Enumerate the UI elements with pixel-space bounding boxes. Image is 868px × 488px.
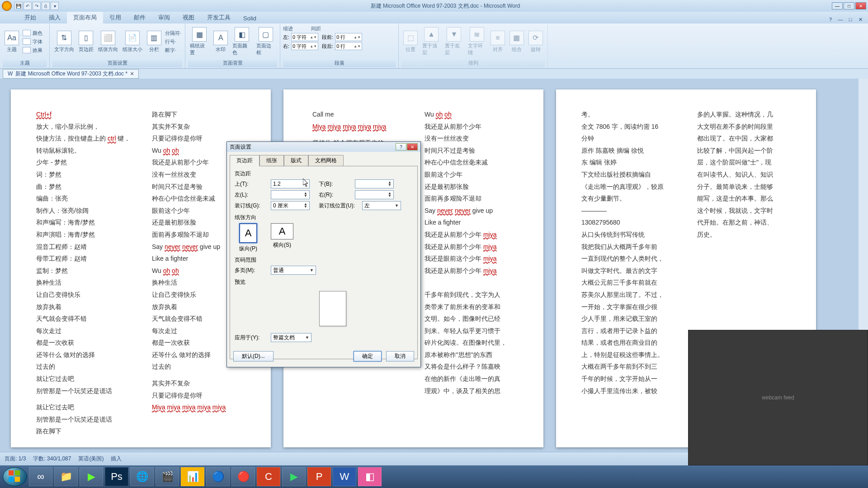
taskbar-app-3[interactable]: ▶ — [80, 467, 103, 486]
dialog-tab-grid[interactable]: 文档网格 — [308, 155, 344, 166]
office-button[interactable] — [2, 1, 12, 11]
minimize-ribbon-icon[interactable]: — — [836, 15, 844, 23]
margin-bottom-input[interactable]: ▲▼ — [355, 179, 394, 188]
taskbar-photoshop[interactable]: Ps — [105, 467, 128, 486]
ok-button[interactable]: 确定 — [354, 351, 382, 361]
draft-paper-button[interactable]: ▦稿纸设置 — [188, 26, 211, 57]
tab-developer[interactable]: 开发工具 — [201, 12, 237, 23]
cancel-button[interactable]: 取消 — [386, 351, 414, 361]
close-button[interactable]: ✕ — [855, 2, 866, 9]
dialog-close-button[interactable]: ✕ — [407, 143, 418, 150]
tab-view[interactable]: 视图 — [176, 12, 201, 23]
qat-save-icon[interactable]: 💾 — [14, 2, 23, 10]
document-tabs: W 新建 Microsoft Office Word 97-2003 文档.do… — [0, 69, 868, 79]
line-numbers-button[interactable]: 行号· — [164, 38, 182, 46]
qat-undo-icon[interactable]: ↶ — [24, 2, 32, 10]
indent-left-input[interactable]: 0 字符▲▼ — [291, 33, 318, 41]
maximize-button[interactable]: □ — [844, 2, 854, 9]
margin-right-input[interactable]: ▲▼ — [355, 190, 394, 199]
spacing-label: 间距 — [311, 25, 321, 32]
align-button: ≡对齐 — [489, 30, 507, 54]
taskbar-app-6[interactable]: 🎬 — [156, 467, 179, 486]
tab-pagelayout[interactable]: 页面布局 — [67, 12, 103, 23]
tab-solid[interactable]: Solid — [237, 13, 263, 23]
status-page[interactable]: 页面: 1/3 — [5, 455, 26, 463]
close-tab-icon[interactable]: × — [130, 70, 134, 77]
text-wrap-button: ≋文字环绕 — [466, 26, 488, 57]
qat-redo-icon[interactable]: ↷ — [33, 2, 41, 10]
minimize-button[interactable]: — — [832, 2, 843, 9]
theme-fonts-button[interactable]: 字体 — [22, 38, 43, 46]
breaks-button[interactable]: 分隔符· — [164, 29, 182, 37]
margins-section-label: 页边距 — [235, 170, 413, 178]
window-title: 新建 Microsoft Office Word 97-2003 文档.doc … — [59, 2, 832, 10]
theme-colors-button[interactable]: 颜色 — [22, 29, 43, 37]
ribbon-tabs: 开始 插入 页面布局 引用 邮件 审阅 视图 开发工具 Solid ? — □ … — [0, 12, 868, 23]
size-button[interactable]: 📄纸张大小 — [121, 30, 144, 54]
qat-print-icon[interactable]: ⎙ — [42, 2, 50, 10]
help-icon[interactable]: ? — [826, 15, 835, 23]
margin-top-input[interactable]: 1.2▲▼ — [271, 179, 310, 188]
page-color-button[interactable]: ◧页面颜色 — [231, 26, 253, 57]
margin-left-input[interactable]: ▲▼ — [271, 190, 310, 199]
doc-tab[interactable]: W 新建 Microsoft Office Word 97-2003 文档.do… — [3, 69, 139, 79]
default-button[interactable]: 默认(D)... — [233, 351, 274, 361]
taskbar-chrome-canary[interactable]: 🔵 — [206, 467, 230, 486]
taskbar-app-14[interactable]: ◧ — [358, 467, 382, 486]
orientation-portrait[interactable]: A纵向(P) — [239, 223, 257, 253]
page-borders-button[interactable]: ▢页面边框 — [255, 26, 277, 57]
taskbar-chrome[interactable]: 🔴 — [231, 467, 255, 486]
svg-rect-1 — [15, 470, 20, 475]
margins-button[interactable]: ▯页边距 — [77, 30, 95, 54]
orientation-button[interactable]: ⬜纸张方向 — [96, 30, 120, 54]
group-pagesetup: ⇅文字方向 ▯页边距 ⬜纸张方向 📄纸张大小 ▥分栏 分隔符· 行号· 断字· … — [50, 23, 185, 68]
themes-button[interactable]: Aa主题 — [3, 30, 21, 54]
columns-button[interactable]: ▥分栏 — [145, 30, 163, 54]
tab-mailings[interactable]: 邮件 — [127, 12, 152, 23]
taskbar-player[interactable]: ▶ — [282, 467, 306, 486]
page2-col2: Wu oh oh我还是从前那个少年没有一丝丝改变时间只不过是考验种在心中信念丝毫… — [425, 108, 541, 397]
taskbar-powerpoint[interactable]: P — [307, 467, 331, 486]
status-lang[interactable]: 英语(美国) — [78, 455, 104, 463]
restore-ribbon-icon[interactable]: □ — [846, 15, 854, 23]
taskbar: ∞ 📁 ▶ Ps 🌐 🎬 📊 🔵 🔴 C ▶ P W ◧ — [0, 465, 868, 488]
taskbar-app-7[interactable]: 📊 — [181, 467, 204, 486]
tab-insert[interactable]: 插入 — [42, 12, 67, 23]
multipage-select[interactable]: 普通▼ — [271, 266, 316, 275]
start-button[interactable] — [3, 467, 27, 486]
tab-start[interactable]: 开始 — [18, 12, 42, 23]
taskbar-word[interactable]: W — [333, 467, 356, 486]
close-doc-icon[interactable]: ✕ — [856, 15, 864, 23]
apply-to-select[interactable]: 整篇文档▼ — [271, 333, 311, 342]
indent-right-input[interactable]: 0 字符▲▼ — [291, 42, 318, 50]
orientation-landscape[interactable]: A横向(S) — [271, 223, 293, 253]
spacing-before-input[interactable]: 0 行▲▼ — [335, 33, 362, 41]
page3-col1: 考。全文 7806 字，阅读约需 16分钟原作 陈嘉映 摘编 徐悦东 编辑 张婷… — [581, 108, 694, 397]
group-arrange: ⬚位置 ▲置于顶层 ▼置于底层 ≋文字环绕 ≡对齐 ▦组合 ⟳旋转 排列 — [399, 23, 548, 68]
spacing-after-input[interactable]: 0 行▲▼ — [335, 42, 362, 50]
theme-effects-button[interactable]: 效果 — [22, 47, 43, 54]
text-direction-button[interactable]: ⇅文字方向 — [52, 30, 76, 54]
tab-references[interactable]: 引用 — [103, 12, 127, 23]
status-words[interactable]: 字数: 340/1,087 — [33, 455, 71, 463]
title-bar: 💾 ↶ ↷ ⎙ ▾ 新建 Microsoft Office Word 97-20… — [0, 0, 868, 12]
dialog-tab-margins[interactable]: 页边距 — [230, 155, 259, 166]
taskbar-app-1[interactable]: ∞ — [29, 467, 52, 486]
gutter-input[interactable]: 0 厘米▲▼ — [271, 201, 310, 210]
dialog-title: 页面设置 — [230, 143, 251, 151]
tab-review[interactable]: 审阅 — [152, 12, 176, 23]
taskbar-app-10[interactable]: C — [257, 467, 280, 486]
taskbar-app-5[interactable]: 🌐 — [130, 467, 154, 486]
watermark-button[interactable]: A水印 — [212, 30, 230, 54]
qat-more-icon[interactable]: ▾ — [51, 2, 59, 10]
dialog-help-button[interactable]: ? — [396, 143, 406, 150]
hyphenation-button[interactable]: 断字· — [164, 47, 182, 54]
status-insert-mode[interactable]: 插入 — [111, 455, 122, 463]
orientation-section-label: 纸张方向 — [235, 214, 413, 221]
taskbar-explorer[interactable]: 📁 — [54, 467, 78, 486]
dialog-tab-paper[interactable]: 纸张 — [259, 155, 284, 166]
dialog-tab-layout[interactable]: 版式 — [284, 155, 308, 166]
dialog-titlebar[interactable]: 页面设置 ? ✕ — [227, 142, 420, 152]
bring-front-button: ▲置于顶层 — [420, 26, 442, 57]
gutter-position-select[interactable]: 左▼ — [362, 201, 401, 210]
